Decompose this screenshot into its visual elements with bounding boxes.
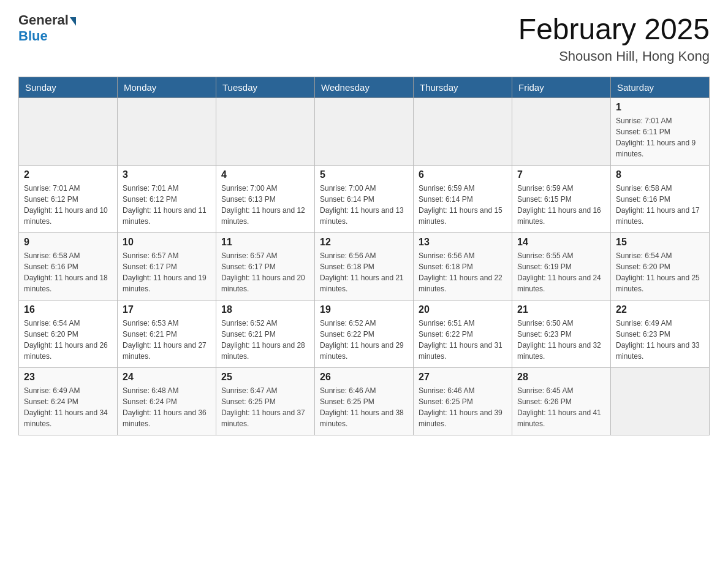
logo-arrow-icon xyxy=(70,17,76,26)
week-row-1: 1Sunrise: 7:01 AMSunset: 6:11 PMDaylight… xyxy=(19,98,710,166)
calendar-cell-4-4: 19Sunrise: 6:52 AMSunset: 6:22 PMDayligh… xyxy=(315,301,414,368)
day-number: 21 xyxy=(517,304,605,315)
day-number: 10 xyxy=(123,237,211,248)
calendar-cell-5-3: 25Sunrise: 6:47 AMSunset: 6:25 PMDayligh… xyxy=(216,368,315,435)
day-info: Sunrise: 6:52 AMSunset: 6:21 PMDaylight:… xyxy=(221,318,309,362)
day-info: Sunrise: 6:47 AMSunset: 6:25 PMDaylight:… xyxy=(221,385,309,429)
day-number: 25 xyxy=(221,372,309,383)
day-info: Sunrise: 6:56 AMSunset: 6:18 PMDaylight:… xyxy=(320,250,408,294)
header-monday: Monday xyxy=(118,77,216,98)
calendar-cell-1-5 xyxy=(414,98,512,166)
calendar-cell-3-1: 9Sunrise: 6:58 AMSunset: 6:16 PMDaylight… xyxy=(19,233,118,301)
day-info: Sunrise: 6:48 AMSunset: 6:24 PMDaylight:… xyxy=(123,385,211,429)
calendar-cell-1-7: 1Sunrise: 7:01 AMSunset: 6:11 PMDaylight… xyxy=(611,98,710,166)
title-section: February 2025 Shouson Hill, Hong Kong xyxy=(518,12,710,64)
day-info: Sunrise: 6:46 AMSunset: 6:25 PMDaylight:… xyxy=(419,385,507,429)
calendar-cell-4-7: 22Sunrise: 6:49 AMSunset: 6:23 PMDayligh… xyxy=(611,301,710,368)
calendar-cell-1-2 xyxy=(118,98,216,166)
header-friday: Friday xyxy=(512,77,611,98)
calendar-cell-5-7 xyxy=(611,368,710,435)
calendar-cell-4-5: 20Sunrise: 6:51 AMSunset: 6:22 PMDayligh… xyxy=(414,301,512,368)
day-number: 26 xyxy=(320,372,408,383)
day-number: 27 xyxy=(419,372,507,383)
week-row-3: 9Sunrise: 6:58 AMSunset: 6:16 PMDaylight… xyxy=(19,233,710,301)
calendar-cell-1-1 xyxy=(19,98,118,166)
calendar-header-row: Sunday Monday Tuesday Wednesday Thursday… xyxy=(19,77,710,98)
calendar-table: Sunday Monday Tuesday Wednesday Thursday… xyxy=(18,77,710,435)
day-number: 17 xyxy=(123,304,211,315)
day-info: Sunrise: 6:57 AMSunset: 6:17 PMDaylight:… xyxy=(123,250,211,294)
day-info: Sunrise: 6:54 AMSunset: 6:20 PMDaylight:… xyxy=(616,250,704,294)
calendar-cell-5-4: 26Sunrise: 6:46 AMSunset: 6:25 PMDayligh… xyxy=(315,368,414,435)
day-info: Sunrise: 7:01 AMSunset: 6:11 PMDaylight:… xyxy=(616,115,704,159)
month-title: February 2025 xyxy=(518,12,710,46)
calendar-cell-2-2: 3Sunrise: 7:01 AMSunset: 6:12 PMDaylight… xyxy=(118,166,216,233)
day-info: Sunrise: 7:00 AMSunset: 6:14 PMDaylight:… xyxy=(320,183,408,227)
day-info: Sunrise: 7:00 AMSunset: 6:13 PMDaylight:… xyxy=(221,183,309,227)
day-info: Sunrise: 7:01 AMSunset: 6:12 PMDaylight:… xyxy=(24,183,112,227)
calendar-cell-4-6: 21Sunrise: 6:50 AMSunset: 6:23 PMDayligh… xyxy=(512,301,611,368)
day-info: Sunrise: 6:58 AMSunset: 6:16 PMDaylight:… xyxy=(24,250,112,294)
calendar-cell-2-1: 2Sunrise: 7:01 AMSunset: 6:12 PMDaylight… xyxy=(19,166,118,233)
calendar-cell-3-3: 11Sunrise: 6:57 AMSunset: 6:17 PMDayligh… xyxy=(216,233,315,301)
day-number: 11 xyxy=(221,237,309,248)
logo-blue-text: Blue xyxy=(18,28,48,44)
day-info: Sunrise: 6:51 AMSunset: 6:22 PMDaylight:… xyxy=(419,318,507,362)
day-number: 8 xyxy=(616,169,704,180)
calendar-cell-2-5: 6Sunrise: 6:59 AMSunset: 6:14 PMDaylight… xyxy=(414,166,512,233)
calendar-cell-5-6: 28Sunrise: 6:45 AMSunset: 6:26 PMDayligh… xyxy=(512,368,611,435)
calendar-cell-3-2: 10Sunrise: 6:57 AMSunset: 6:17 PMDayligh… xyxy=(118,233,216,301)
day-info: Sunrise: 6:53 AMSunset: 6:21 PMDaylight:… xyxy=(123,318,211,362)
day-number: 24 xyxy=(123,372,211,383)
day-number: 23 xyxy=(24,372,112,383)
calendar-cell-3-7: 15Sunrise: 6:54 AMSunset: 6:20 PMDayligh… xyxy=(611,233,710,301)
week-row-5: 23Sunrise: 6:49 AMSunset: 6:24 PMDayligh… xyxy=(19,368,710,435)
day-info: Sunrise: 6:56 AMSunset: 6:18 PMDaylight:… xyxy=(419,250,507,294)
week-row-2: 2Sunrise: 7:01 AMSunset: 6:12 PMDaylight… xyxy=(19,166,710,233)
logo-text: General xyxy=(18,12,76,28)
day-info: Sunrise: 6:49 AMSunset: 6:24 PMDaylight:… xyxy=(24,385,112,429)
header-saturday: Saturday xyxy=(611,77,710,98)
day-info: Sunrise: 6:52 AMSunset: 6:22 PMDaylight:… xyxy=(320,318,408,362)
calendar-cell-3-4: 12Sunrise: 6:56 AMSunset: 6:18 PMDayligh… xyxy=(315,233,414,301)
day-number: 12 xyxy=(320,237,408,248)
day-info: Sunrise: 6:54 AMSunset: 6:20 PMDaylight:… xyxy=(24,318,112,362)
day-number: 19 xyxy=(320,304,408,315)
day-number: 28 xyxy=(517,372,605,383)
calendar-cell-4-3: 18Sunrise: 6:52 AMSunset: 6:21 PMDayligh… xyxy=(216,301,315,368)
header-wednesday: Wednesday xyxy=(315,77,414,98)
day-number: 6 xyxy=(419,169,507,180)
day-info: Sunrise: 7:01 AMSunset: 6:12 PMDaylight:… xyxy=(123,183,211,227)
day-info: Sunrise: 6:55 AMSunset: 6:19 PMDaylight:… xyxy=(517,250,605,294)
calendar-cell-2-7: 8Sunrise: 6:58 AMSunset: 6:16 PMDaylight… xyxy=(611,166,710,233)
calendar-cell-3-5: 13Sunrise: 6:56 AMSunset: 6:18 PMDayligh… xyxy=(414,233,512,301)
calendar-cell-1-3 xyxy=(216,98,315,166)
calendar-cell-5-5: 27Sunrise: 6:46 AMSunset: 6:25 PMDayligh… xyxy=(414,368,512,435)
day-info: Sunrise: 6:57 AMSunset: 6:17 PMDaylight:… xyxy=(221,250,309,294)
calendar-cell-5-1: 23Sunrise: 6:49 AMSunset: 6:24 PMDayligh… xyxy=(19,368,118,435)
day-info: Sunrise: 6:58 AMSunset: 6:16 PMDaylight:… xyxy=(616,183,704,227)
day-number: 5 xyxy=(320,169,408,180)
calendar-cell-2-4: 5Sunrise: 7:00 AMSunset: 6:14 PMDaylight… xyxy=(315,166,414,233)
logo: General Blue xyxy=(18,12,76,44)
day-number: 16 xyxy=(24,304,112,315)
calendar-cell-4-1: 16Sunrise: 6:54 AMSunset: 6:20 PMDayligh… xyxy=(19,301,118,368)
day-number: 4 xyxy=(221,169,309,180)
calendar-cell-4-2: 17Sunrise: 6:53 AMSunset: 6:21 PMDayligh… xyxy=(118,301,216,368)
week-row-4: 16Sunrise: 6:54 AMSunset: 6:20 PMDayligh… xyxy=(19,301,710,368)
page-header: General Blue February 2025 Shouson Hill,… xyxy=(18,12,710,64)
day-number: 3 xyxy=(123,169,211,180)
calendar-cell-3-6: 14Sunrise: 6:55 AMSunset: 6:19 PMDayligh… xyxy=(512,233,611,301)
day-info: Sunrise: 6:49 AMSunset: 6:23 PMDaylight:… xyxy=(616,318,704,362)
day-number: 15 xyxy=(616,237,704,248)
day-info: Sunrise: 6:59 AMSunset: 6:15 PMDaylight:… xyxy=(517,183,605,227)
header-thursday: Thursday xyxy=(414,77,512,98)
header-sunday: Sunday xyxy=(19,77,118,98)
calendar-cell-2-6: 7Sunrise: 6:59 AMSunset: 6:15 PMDaylight… xyxy=(512,166,611,233)
header-tuesday: Tuesday xyxy=(216,77,315,98)
day-number: 1 xyxy=(616,102,704,113)
calendar-cell-1-6 xyxy=(512,98,611,166)
day-number: 2 xyxy=(24,169,112,180)
day-number: 20 xyxy=(419,304,507,315)
day-info: Sunrise: 6:59 AMSunset: 6:14 PMDaylight:… xyxy=(419,183,507,227)
